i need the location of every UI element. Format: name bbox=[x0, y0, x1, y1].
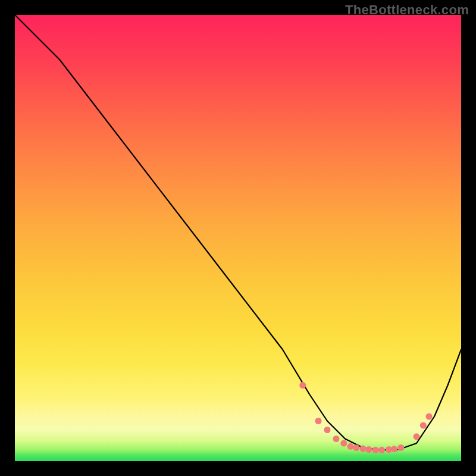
highlight-dot bbox=[353, 444, 359, 451]
curve-svg bbox=[15, 15, 461, 461]
highlight-dot bbox=[420, 422, 427, 429]
highlight-dot bbox=[299, 382, 306, 389]
highlight-dot bbox=[414, 433, 420, 440]
highlight-dot bbox=[360, 446, 367, 452]
highlight-dot bbox=[397, 444, 404, 451]
highlight-dot bbox=[426, 414, 433, 420]
highlight-dot bbox=[324, 427, 331, 433]
highlight-dot bbox=[378, 447, 385, 453]
highlight-dot bbox=[340, 440, 347, 447]
bottleneck-curve bbox=[15, 15, 461, 450]
chart-frame: TheBottleneck.com bbox=[0, 0, 476, 476]
highlight-dot bbox=[333, 436, 340, 442]
highlight-dot bbox=[372, 447, 379, 453]
highlight-dot bbox=[347, 443, 354, 450]
marker-group bbox=[299, 382, 432, 453]
highlight-dot bbox=[365, 446, 372, 453]
highlight-dot bbox=[315, 418, 322, 424]
highlight-dot bbox=[391, 446, 397, 452]
plot-area bbox=[15, 15, 461, 461]
